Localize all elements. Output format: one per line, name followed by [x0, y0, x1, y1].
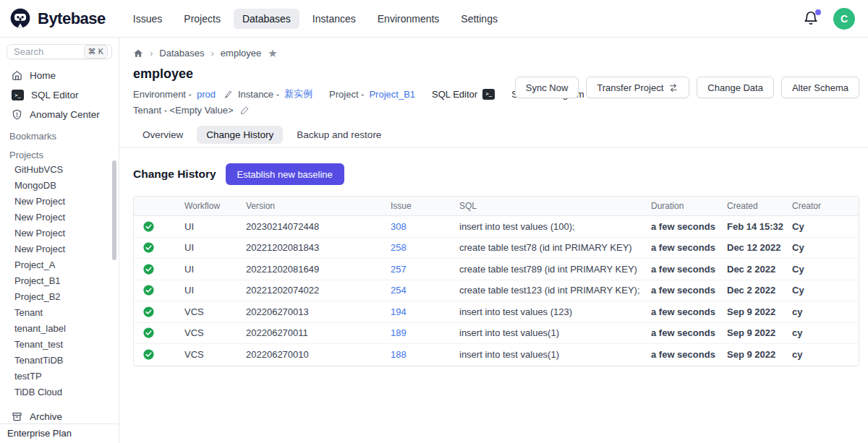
- duration-cell: a few seconds: [651, 349, 727, 360]
- section-title: Change History: [133, 168, 216, 181]
- establish-baseline-button[interactable]: Establish new baseline: [226, 163, 344, 185]
- breadcrumb-databases[interactable]: Databases: [159, 48, 204, 59]
- table-row[interactable]: UI 20221202074022 254 create table test1…: [134, 280, 859, 302]
- sidebar-item-anomaly-center[interactable]: Anomaly Center: [0, 105, 119, 124]
- issue-cell: 308: [391, 221, 459, 232]
- column-duration: Duration: [651, 201, 727, 211]
- main-nav: Issues Projects Databases Instances Envi…: [124, 9, 506, 29]
- sidebar-project-item[interactable]: MongoDB: [0, 178, 119, 194]
- nav-item-databases[interactable]: Databases: [234, 9, 299, 29]
- nav-item-issues[interactable]: Issues: [124, 9, 171, 29]
- sidebar-nav: Home >_ SQL Editor Anomaly Center: [0, 66, 119, 124]
- issue-link[interactable]: 308: [391, 221, 407, 232]
- issue-link[interactable]: 188: [391, 349, 407, 360]
- created-cell: Dec 12 2022: [727, 242, 792, 253]
- sidebar-item-sql-editor[interactable]: >_ SQL Editor: [0, 85, 119, 105]
- sidebar-project-item[interactable]: New Project: [0, 225, 119, 241]
- breadcrumb-home-icon[interactable]: [133, 48, 143, 59]
- table-row[interactable]: UI 20230214072448 308 insert into test v…: [134, 216, 859, 238]
- notification-dot: [815, 9, 821, 15]
- creator-cell: cy: [792, 349, 859, 360]
- sidebar-item-label: Anomaly Center: [30, 109, 100, 120]
- workflow-cell: VCS: [184, 327, 246, 338]
- sidebar-item-label: Archive: [30, 411, 62, 422]
- projects-list: GitHubVCSMongoDBNew ProjectNew ProjectNe…: [0, 162, 119, 400]
- issue-link[interactable]: 189: [391, 327, 407, 338]
- column-version: Version: [246, 201, 391, 211]
- plan-label: Enterprise Plan: [0, 423, 119, 443]
- bytebase-logo[interactable]: Bytebase: [9, 7, 106, 30]
- sidebar-project-item[interactable]: New Project: [0, 194, 119, 210]
- sidebar-project-item[interactable]: Project_B1: [0, 273, 119, 289]
- issue-link[interactable]: 257: [391, 264, 407, 275]
- duration-cell: a few seconds: [651, 221, 727, 232]
- sidebar-project-item[interactable]: New Project: [0, 210, 119, 225]
- issue-cell: 257: [391, 264, 459, 275]
- success-check-icon: [143, 327, 154, 338]
- table-row[interactable]: UI 20221202081843 258 create table test7…: [134, 238, 859, 259]
- search-input[interactable]: Search ⌘ K: [7, 44, 112, 59]
- tenant-edit-pencil-icon[interactable]: [240, 106, 250, 115]
- notification-bell-icon[interactable]: [803, 10, 820, 27]
- workflow-cell: VCS: [184, 349, 246, 360]
- nav-item-settings[interactable]: Settings: [452, 9, 506, 29]
- sidebar-project-item[interactable]: testTP: [0, 369, 119, 384]
- tab-backup-and-restore[interactable]: Backup and restore: [287, 126, 391, 144]
- sidebar-project-item[interactable]: TiDB Cloud: [0, 384, 119, 400]
- instance-label: Instance -: [238, 89, 279, 100]
- favorite-star-icon[interactable]: ★: [268, 48, 277, 59]
- alter-schema-button[interactable]: Alter Schema: [781, 77, 859, 98]
- status-cell: [134, 242, 184, 253]
- change-data-button[interactable]: Change Data: [697, 77, 774, 98]
- sidebar-project-item[interactable]: GitHubVCS: [0, 162, 119, 178]
- issue-cell: 189: [391, 327, 459, 338]
- table-header-row: Workflow Version Issue SQL Duration Crea…: [134, 197, 859, 216]
- user-avatar[interactable]: C: [833, 8, 855, 30]
- breadcrumb-employee[interactable]: employee: [221, 48, 261, 59]
- issue-link[interactable]: 254: [391, 285, 407, 296]
- sidebar-item-archive[interactable]: Archive: [0, 409, 119, 423]
- sql-editor-icon[interactable]: >_: [482, 89, 495, 100]
- sidebar-project-item[interactable]: Project_B2: [0, 289, 119, 305]
- nav-item-projects[interactable]: Projects: [175, 9, 229, 29]
- table-row[interactable]: VCS 202206270011 189 insert into test va…: [134, 323, 859, 345]
- sidebar-project-item[interactable]: Project_A: [0, 257, 119, 273]
- app-window: Bytebase Issues Projects Databases Insta…: [0, 0, 868, 443]
- issue-link[interactable]: 258: [391, 242, 407, 253]
- project-link[interactable]: Project_B1: [369, 89, 415, 100]
- table-row[interactable]: VCS 202206270010 188 insert into test va…: [134, 344, 859, 366]
- instance-link[interactable]: 新实例: [284, 87, 312, 100]
- sync-now-button[interactable]: Sync Now: [515, 77, 579, 98]
- sidebar-project-item[interactable]: Tenant: [0, 305, 119, 321]
- sidebar-scrollbar[interactable]: [112, 160, 116, 260]
- nav-item-environments[interactable]: Environments: [369, 9, 448, 29]
- success-check-icon: [143, 242, 154, 253]
- creator-cell: cy: [792, 327, 859, 338]
- created-cell: Sep 9 2022: [727, 349, 792, 360]
- environment-label: Environment -: [133, 89, 192, 100]
- sidebar-item-home[interactable]: Home: [0, 66, 119, 85]
- sql-cell: insert into test values(1): [459, 327, 651, 338]
- sidebar-project-item[interactable]: TenantTiDB: [0, 353, 119, 369]
- issue-link[interactable]: 194: [391, 306, 407, 317]
- tab-change-history[interactable]: Change History: [197, 126, 283, 144]
- nav-item-instances[interactable]: Instances: [304, 9, 365, 29]
- sidebar-project-item[interactable]: Tenant_test: [0, 337, 119, 353]
- status-cell: [134, 285, 184, 296]
- transfer-project-button[interactable]: Transfer Project: [586, 77, 689, 98]
- search-placeholder: Search: [14, 46, 84, 57]
- column-issue: Issue: [391, 201, 459, 211]
- table-body: UI 20230214072448 308 insert into test v…: [134, 216, 859, 366]
- sidebar-project-item[interactable]: New Project: [0, 241, 119, 257]
- environment-link[interactable]: prod: [197, 89, 216, 100]
- sidebar-project-item[interactable]: tenant_label: [0, 321, 119, 337]
- sidebar-item-label: Home: [30, 70, 56, 81]
- brand-name: Bytebase: [38, 9, 106, 28]
- creator-cell: Cy: [792, 285, 859, 296]
- tab-overview[interactable]: Overview: [133, 126, 192, 144]
- workflow-cell: UI: [184, 242, 246, 253]
- created-cell: Dec 2 2022: [727, 264, 792, 275]
- table-row[interactable]: UI 20221202081649 257 create table test7…: [134, 259, 859, 280]
- table-row[interactable]: VCS 202206270013 194 insert into test va…: [134, 301, 859, 323]
- sql-cell: create table test78 (id int PRIMARY KEY): [459, 242, 651, 253]
